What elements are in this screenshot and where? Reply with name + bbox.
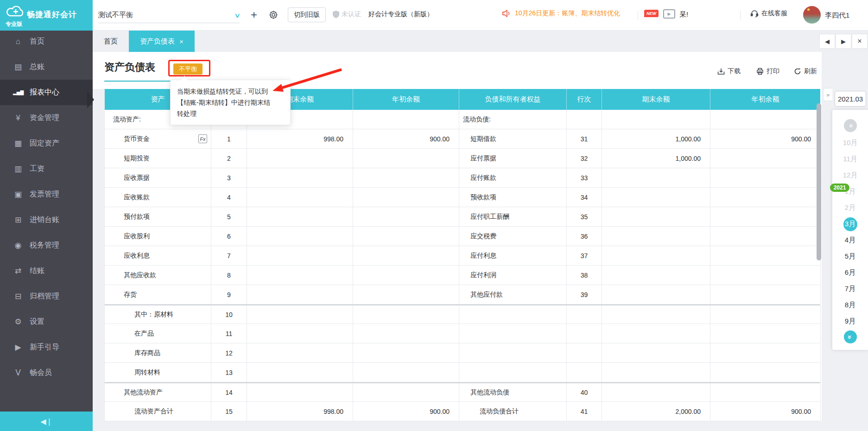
liability-ending-balance-cell — [602, 266, 710, 285]
tab-balance-sheet[interactable]: 资产负债表 × — [129, 31, 195, 52]
month-item-7月[interactable]: 7月 — [832, 281, 868, 297]
sidebar-item-trade-ledger[interactable]: ⊞进销台账 — [0, 207, 93, 233]
collapse-panel-icon: ◀❘ — [40, 417, 52, 426]
column-header: 期末余额 — [602, 89, 710, 110]
vertical-scrollbar[interactable] — [817, 103, 821, 260]
username[interactable]: 李四代1 — [825, 11, 849, 20]
unbalanced-tooltip: 当期未做损益结转凭证，可以到 【结账-期末结转】中进行期末结 转处理 — [170, 80, 291, 125]
home-icon: ⌂ — [13, 37, 23, 46]
current-period-box[interactable]: 2021.03 — [835, 91, 866, 107]
liability-name-cell — [459, 343, 567, 362]
sidebar-item-payroll[interactable]: ▥工资 — [0, 156, 93, 182]
brand-logo: 畅捷通好会计 专业版 — [0, 0, 93, 31]
sidebar-item-funds[interactable]: ¥资金管理 — [0, 105, 93, 131]
tab-scroll-left-button[interactable]: ◀ — [819, 34, 835, 49]
months-scroll-down-button[interactable]: » — [844, 330, 857, 343]
month-item-11月[interactable]: 11月 — [832, 151, 868, 167]
month-item-8月[interactable]: 8月 — [832, 297, 868, 313]
month-item-12月[interactable]: 12月 — [832, 167, 868, 184]
asset-beginning-balance-cell — [353, 110, 459, 129]
add-button[interactable]: + — [247, 8, 260, 21]
tab-close-icon[interactable]: × — [179, 38, 184, 45]
asset-name-cell: 其他应收款 — [105, 266, 211, 285]
period-panel-expand-button[interactable]: » — [823, 88, 832, 101]
asset-ending-balance-cell — [247, 207, 353, 226]
chevron-down-icon: ∨ — [234, 12, 241, 19]
sidebar-item-archive[interactable]: ⊟归档管理 — [0, 284, 93, 309]
selected-menu-pointer — [87, 91, 94, 108]
account-name: 测试不平衡 — [98, 11, 133, 19]
liability-ending-balance-cell — [602, 110, 710, 129]
table-row: 应收股利6应交税费36 — [105, 227, 820, 246]
sidebar-item-member[interactable]: Ⅴ畅会员 — [0, 360, 93, 386]
asset-beginning-balance-cell — [353, 343, 459, 362]
report-chart-icon: ▂▅▇ — [13, 90, 23, 95]
switch-old-version-button[interactable]: 切到旧版 — [288, 7, 326, 22]
tab-scroll-right-button[interactable]: ▶ — [836, 34, 851, 49]
month-item-10月[interactable]: 10月 — [832, 135, 868, 151]
tax-icon: ◉ — [13, 241, 23, 250]
product-name: 好会计专业版（新版） — [368, 10, 433, 19]
month-item-5月[interactable]: 5月 — [832, 248, 868, 265]
tabs-close-all-button[interactable]: × — [852, 34, 868, 49]
avatar[interactable]: ★ — [803, 6, 821, 24]
sidebar-item-report-chart[interactable]: ▂▅▇报表中心 — [0, 80, 93, 105]
support-label: 在线客服 — [761, 9, 787, 18]
asset-line-no-cell: 8 — [211, 266, 247, 285]
sidebar-item-tax[interactable]: ◉税务管理 — [0, 233, 93, 258]
new-badge[interactable]: NEW — [644, 10, 659, 17]
month-item-2月[interactable]: 2月 — [832, 200, 868, 216]
asset-line-no-cell: 10 — [211, 305, 247, 323]
refresh-button[interactable]: 刷新 — [794, 67, 817, 76]
liability-name-cell: 应付职工薪酬 — [459, 207, 567, 226]
month-list: 10月11月12月1月2月3月4月5月6月7月8月9月 — [832, 135, 868, 330]
asset-beginning-balance-cell — [353, 246, 459, 265]
liability-name-cell: 其他应付款 — [459, 285, 567, 304]
update-notice[interactable]: 10月26日更新：账簿、期末结转优化 — [502, 9, 620, 18]
sidebar-item-label: 归档管理 — [30, 292, 59, 301]
star-icon: ★ — [806, 7, 811, 12]
liability-beginning-balance-cell — [710, 188, 821, 207]
brand-edition: 专业版 — [6, 20, 22, 28]
sidebar-item-closing[interactable]: ⇄结账 — [0, 258, 93, 284]
asset-line-no-cell: 14 — [211, 383, 247, 401]
tab-home[interactable]: 首页 — [93, 31, 129, 52]
liability-beginning-balance-cell — [710, 207, 821, 226]
print-button[interactable]: 打印 — [756, 67, 779, 76]
month-item-3月[interactable]: 3月 — [832, 216, 868, 232]
sidebar-item-invoice[interactable]: ▣发票管理 — [0, 182, 93, 207]
liability-line-no-cell: 41 — [567, 402, 602, 421]
asset-name-cell: 货币资金Fx — [105, 129, 211, 148]
left-gutter — [93, 89, 104, 421]
online-support-button[interactable]: 在线客服 — [750, 9, 787, 18]
video-tv-icon[interactable]: ▶ — [663, 9, 675, 19]
sidebar-item-home[interactable]: ⌂首页 — [0, 29, 93, 54]
gear-icon[interactable] — [267, 8, 280, 21]
account-select[interactable]: 测试不平衡 ∨ — [98, 7, 240, 23]
sidebar-item-guide[interactable]: ▶新手引导 — [0, 335, 93, 360]
month-item-6月[interactable]: 6月 — [832, 265, 868, 281]
month-item-9月[interactable]: 9月 — [832, 313, 868, 330]
download-button[interactable]: 下载 — [717, 67, 741, 76]
sidebar-item-settings-gear[interactable]: ⚙设置 — [0, 309, 93, 335]
month-item-4月[interactable]: 4月 — [832, 232, 868, 248]
liability-name-cell: 应付票据 — [459, 149, 567, 168]
speaker-icon — [502, 9, 511, 18]
sidebar-item-ledger[interactable]: ▤总账 — [0, 54, 93, 80]
liability-ending-balance-cell — [602, 188, 710, 207]
liability-beginning-balance-cell — [710, 266, 821, 285]
sidebar-item-fixed-assets[interactable]: ▦固定资产 — [0, 131, 93, 156]
formula-fx-icon[interactable]: Fx — [198, 134, 207, 143]
sidebar-collapse-button[interactable]: ◀❘ — [0, 412, 93, 431]
liability-beginning-balance-cell: 900.00 — [710, 402, 821, 421]
months-scroll-up-button[interactable]: » — [844, 119, 857, 132]
sidebar-item-label: 畅会员 — [30, 368, 52, 378]
brand-name: 畅捷通好会计 — [27, 9, 77, 20]
annotation-highlight-box — [168, 60, 210, 76]
topbar: 测试不平衡 ∨ + 切到旧版 未认证 好会计专业版（新版） 10月26日更新：账… — [93, 0, 868, 31]
video-label[interactable]: 杲! — [679, 10, 688, 19]
column-header: 负债和所有者权益 — [459, 89, 567, 110]
asset-beginning-balance-cell — [353, 188, 459, 207]
month-selector-panel: » 10月11月12月1月2月3月4月5月6月7月8月9月 » — [832, 110, 868, 350]
asset-beginning-balance-cell — [353, 207, 459, 226]
